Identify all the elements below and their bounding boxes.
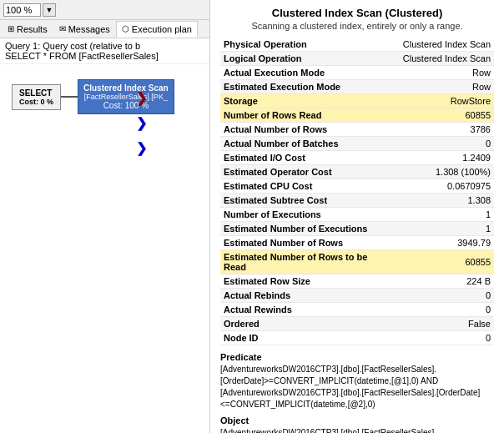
prop-name-cell: Actual Number of Batches [220,137,370,151]
query-line1: Query 1: Query cost (relative to b [5,41,204,51]
right-panel: Clustered Index Scan (Clustered) Scannin… [210,0,504,433]
tab-execution-plan[interactable]: ⬡ Execution plan [116,21,198,38]
prop-value-cell: RowStore [370,94,494,108]
prop-value-cell: 224 B [370,274,494,289]
clustered-cost: Cost: 100 % [83,101,169,110]
select-node[interactable]: SELECT Cost: 0 % [12,84,61,110]
query-line2: SELECT * FROM [FactResellerSales] [5,51,204,61]
table-row: Number of Rows Read60855 [220,108,494,123]
prop-name-cell: Number of Rows Read [220,108,370,123]
table-row: Physical OperationClustered Index Scan [220,38,494,52]
prop-value-cell: Row [370,80,494,94]
table-row: Estimated Number of Executions1 [220,222,494,236]
object-text: [AdventureworksDW2016CTP3].[dbo].[FactRe… [220,427,494,433]
clustered-title: Clustered Index Scan [83,83,169,93]
connector-line [61,96,78,98]
tab-results-label: Results [17,24,48,34]
prop-value-cell: 3949.79 [370,236,494,250]
prop-name-cell: Estimated Number of Rows to be Read [220,250,370,274]
prop-name-cell: Estimated CPU Cost [220,179,370,194]
prop-value-cell: 0.0670975 [370,179,494,194]
prop-name-cell: Estimated Subtree Cost [220,194,370,208]
clustered-sublabel: [FactResellerSales].[PK_ [83,93,169,101]
prop-value-cell: 1 [370,208,494,222]
table-row: Actual Execution ModeRow [220,66,494,80]
panel-title: Clustered Index Scan (Clustered) [220,7,494,19]
blue-arrow-rows-read2: ❯ [136,140,147,156]
table-row: Estimated Number of Rows3949.79 [220,236,494,250]
table-row: StorageRowStore [220,94,494,108]
prop-name-cell: Estimated Row Size [220,274,370,289]
prop-value-cell: 1.308 (100%) [370,165,494,179]
prop-value-cell: 0 [370,303,494,317]
results-icon: ⊞ [8,24,14,33]
prop-value-cell: 3786 [370,123,494,137]
prop-value-cell: Clustered Index Scan [370,52,494,66]
tab-messages-label: Messages [68,24,110,34]
table-row: Actual Rewinds0 [220,303,494,317]
tab-results[interactable]: ⊞ Results [2,21,53,38]
prop-name-cell: Ordered [220,317,370,331]
prop-name-cell: Logical Operation [220,52,370,66]
table-row: Logical OperationClustered Index Scan [220,52,494,66]
table-row: Estimated Row Size224 B [220,274,494,289]
tab-messages[interactable]: ✉ Messages [53,21,116,38]
predicate-label: Predicate [220,352,494,362]
tabs-bar: ⊞ Results ✉ Messages ⬡ Execution plan [0,20,209,38]
prop-name-cell: Estimated Number of Rows [220,236,370,250]
prop-value-cell: 0 [370,331,494,345]
zoom-bar: ▼ [0,0,209,20]
prop-name-cell: Node ID [220,331,370,345]
red-arrow-storage: ❯ [136,90,147,106]
panel-subtitle: Scanning a clustered index, entirely or … [220,21,494,31]
zoom-dropdown-btn[interactable]: ▼ [43,3,56,17]
prop-name-cell: Actual Rebinds [220,289,370,303]
table-row: Actual Number of Rows3786 [220,123,494,137]
table-row: Number of Executions1 [220,208,494,222]
execution-area: ❯ ❯ ❯ SELECT Cost: 0 % [0,64,209,433]
prop-value-cell: 0 [370,137,494,151]
prop-name-cell: Storage [220,94,370,108]
prop-name-cell: Estimated I/O Cost [220,151,370,165]
table-row: Node ID0 [220,331,494,345]
zoom-input[interactable] [3,3,41,17]
prop-value-cell: Row [370,66,494,80]
prop-name-cell: Number of Executions [220,208,370,222]
prop-value-cell: 1.2409 [370,151,494,165]
prop-name-cell: Actual Number of Rows [220,123,370,137]
table-row: Estimated I/O Cost1.2409 [220,151,494,165]
prop-name-cell: Physical Operation [220,38,370,52]
table-row: Estimated CPU Cost0.0670975 [220,179,494,194]
tab-execution-label: Execution plan [132,24,192,34]
prop-value-cell: 1 [370,222,494,236]
properties-table: Physical OperationClustered Index ScanLo… [220,38,494,345]
messages-icon: ✉ [59,24,66,33]
select-label: SELECT [19,88,53,98]
select-cost-label: Cost: 0 % [19,98,53,106]
table-row: Estimated Execution ModeRow [220,80,494,94]
prop-name-cell: Actual Execution Mode [220,66,370,80]
main-container: ▼ ⊞ Results ✉ Messages ⬡ Execution plan … [0,0,504,433]
prop-value-cell: 1.308 [370,194,494,208]
prop-value-cell: 60855 [370,108,494,123]
prop-value-cell: 0 [370,289,494,303]
prop-value-cell: False [370,317,494,331]
object-label: Object [220,415,494,425]
prop-name-cell: Actual Rewinds [220,303,370,317]
table-row: Actual Number of Batches0 [220,137,494,151]
prop-name-cell: Estimated Number of Executions [220,222,370,236]
prop-value-cell: Clustered Index Scan [370,38,494,52]
predicate-text: [AdventureworksDW2016CTP3].[dbo].[FactRe… [220,364,494,410]
table-row: Estimated Number of Rows to be Read60855 [220,250,494,274]
prop-name-cell: Estimated Execution Mode [220,80,370,94]
table-row: Actual Rebinds0 [220,289,494,303]
prop-value-cell: 60855 [370,250,494,274]
left-panel: ▼ ⊞ Results ✉ Messages ⬡ Execution plan … [0,0,210,433]
execution-icon: ⬡ [122,24,129,33]
table-row: OrderedFalse [220,317,494,331]
blue-arrow-rows-read: ❯ [136,115,147,131]
table-row: Estimated Subtree Cost1.308 [220,194,494,208]
clustered-index-node[interactable]: Clustered Index Scan [FactResellerSales]… [78,79,174,114]
table-row: Estimated Operator Cost1.308 (100%) [220,165,494,179]
prop-name-cell: Estimated Operator Cost [220,165,370,179]
